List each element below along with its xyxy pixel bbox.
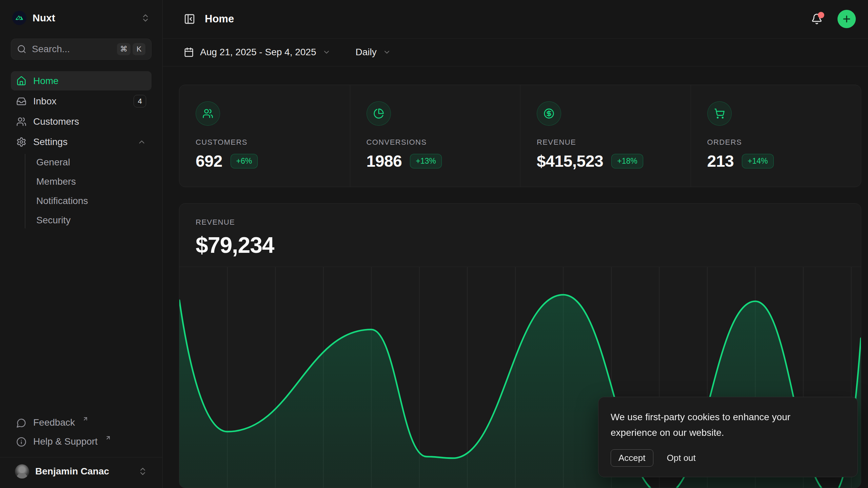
stat-value: 692 [196, 152, 222, 170]
kbd-k: K [133, 43, 145, 55]
sidebar-item-label: Settings [33, 137, 67, 147]
subnav-label: General [36, 157, 70, 168]
subnav-label: Security [36, 215, 71, 226]
users-icon [16, 117, 26, 127]
search-icon [17, 44, 26, 54]
sidebar-item-customers[interactable]: Customers [11, 112, 152, 131]
cookie-banner: We use first-party cookies to enhance yo… [598, 397, 858, 477]
calendar-icon [184, 47, 194, 57]
sidebar-item-members[interactable]: Members [11, 172, 152, 191]
date-range-label: Aug 21, 2025 - Sep 4, 2025 [200, 47, 316, 58]
subnav-label: Members [36, 176, 76, 187]
page-header: Home [163, 0, 868, 39]
cookie-message: We use first-party cookies to enhance yo… [611, 409, 834, 441]
sidebar-item-notifications[interactable]: Notifications [11, 191, 152, 210]
stat-value: 213 [707, 152, 734, 170]
dollar-circle-icon [537, 101, 561, 126]
collapse-sidebar-button[interactable] [184, 13, 195, 25]
stat-delta-badge: +18% [611, 154, 643, 168]
feedback-link[interactable]: Feedback [11, 414, 152, 433]
info-circle-icon [16, 437, 26, 447]
revenue-panel-header: REVENUE $79,234 [179, 204, 861, 267]
help-support-link[interactable]: Help & Support [11, 433, 152, 452]
sidebar-item-home[interactable]: Home [11, 71, 152, 90]
stat-label: CONVERSIONS [367, 138, 504, 147]
plus-icon [842, 14, 852, 24]
notifications-button[interactable] [811, 13, 823, 25]
users-icon [196, 101, 220, 126]
header-actions [811, 10, 856, 28]
pie-chart-icon [367, 101, 391, 126]
chat-bubble-icon [16, 418, 26, 428]
house-icon [16, 76, 26, 86]
revenue-panel-label: REVENUE [196, 218, 845, 227]
filters-toolbar: Aug 21, 2025 - Sep 4, 2025 Daily [163, 39, 868, 66]
sidebar-nav: Home Inbox 4 Customers Settings Ge [11, 71, 152, 230]
date-range-picker[interactable]: Aug 21, 2025 - Sep 4, 2025 [184, 47, 331, 58]
chevron-down-icon [383, 48, 391, 56]
stat-value: $415,523 [537, 152, 603, 170]
stat-label: ORDERS [707, 138, 845, 147]
kbd-cmd: ⌘ [117, 43, 131, 55]
external-link-icon [105, 435, 111, 441]
shopping-cart-icon [707, 101, 732, 126]
help-support-label: Help & Support [33, 436, 98, 447]
sidebar-item-label: Home [33, 76, 59, 86]
sidebar-spacer [11, 230, 152, 414]
external-link-icon [82, 416, 88, 422]
sidebar: Nuxt Search... ⌘ K Home Inbox 4 [0, 0, 163, 488]
stat-orders[interactable]: ORDERS 213 +14% [691, 85, 861, 187]
gear-icon [16, 137, 26, 147]
cookie-actions: Accept Opt out [611, 449, 845, 467]
stat-delta-badge: +13% [410, 154, 441, 168]
stat-value: 1986 [367, 152, 402, 170]
search-shortcut: ⌘ K [117, 43, 145, 55]
chevrons-up-down-icon [141, 13, 150, 23]
workspace-selector[interactable]: Nuxt [11, 9, 152, 27]
sidebar-item-security[interactable]: Security [11, 210, 152, 230]
stats-panel: CUSTOMERS 692 +6% CONVERSIONS 1986 +13% [179, 85, 861, 187]
sidebar-item-general[interactable]: General [11, 152, 152, 172]
cookie-accept-button[interactable]: Accept [611, 449, 653, 467]
chevron-down-icon [322, 48, 331, 56]
inbox-icon [16, 96, 26, 106]
revenue-panel-value: $79,234 [196, 232, 845, 258]
stat-delta-badge: +14% [742, 154, 773, 168]
sidebar-item-label: Customers [33, 116, 79, 127]
search-placeholder: Search... [32, 44, 70, 55]
user-name: Benjamin Canac [35, 466, 109, 477]
sidebar-divider [0, 457, 162, 458]
stat-customers[interactable]: CUSTOMERS 692 +6% [179, 85, 350, 187]
stat-revenue[interactable]: REVENUE $415,523 +18% [520, 85, 691, 187]
stat-delta-badge: +6% [231, 154, 258, 168]
cookie-optout-button[interactable]: Opt out [667, 453, 696, 463]
avatar [15, 464, 29, 479]
chevrons-up-down-icon [138, 467, 147, 476]
inbox-count-badge: 4 [134, 95, 146, 107]
add-button[interactable] [837, 10, 856, 28]
settings-subnav: General Members Notifications Security [11, 152, 152, 230]
sidebar-item-settings[interactable]: Settings [11, 132, 152, 151]
search-input[interactable]: Search... ⌘ K [11, 39, 152, 60]
feedback-label: Feedback [33, 417, 75, 428]
workspace-name: Nuxt [33, 12, 55, 24]
stat-label: REVENUE [537, 138, 674, 147]
page-title: Home [205, 13, 234, 25]
nuxt-logo [12, 11, 26, 25]
user-menu[interactable]: Benjamin Canac [11, 462, 152, 481]
sidebar-item-inbox[interactable]: Inbox 4 [11, 92, 152, 111]
stat-conversions[interactable]: CONVERSIONS 1986 +13% [350, 85, 520, 187]
panel-left-close-icon [184, 13, 195, 25]
period-select[interactable]: Daily [356, 47, 391, 58]
notification-dot [818, 12, 824, 18]
stat-label: CUSTOMERS [196, 138, 334, 147]
subnav-label: Notifications [36, 196, 88, 206]
sidebar-item-label: Inbox [33, 96, 57, 107]
period-label: Daily [356, 47, 377, 58]
chevron-up-icon [137, 138, 146, 146]
